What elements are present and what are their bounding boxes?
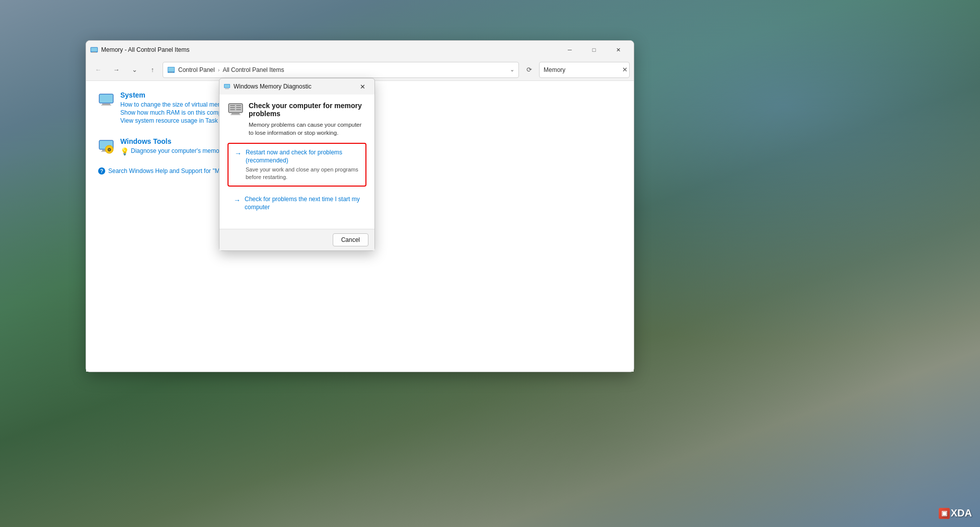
restart-now-arrow: → xyxy=(235,149,242,157)
dialog-icon xyxy=(223,83,231,90)
restart-now-title: Restart now and check for problems (reco… xyxy=(246,149,359,164)
restart-now-desc: Save your work and close any open progra… xyxy=(246,166,359,181)
check-next-time-content: Check for problems the next time I start… xyxy=(245,196,360,213)
check-next-time-title: Check for problems the next time I start… xyxy=(245,196,360,211)
svg-rect-25 xyxy=(236,105,241,106)
svg-rect-19 xyxy=(225,89,229,89)
check-next-time-option[interactable]: → Check for problems the next time I sta… xyxy=(228,191,366,218)
restart-now-option[interactable]: → Restart now and check for problems (re… xyxy=(228,143,366,187)
dialog-titlebar: Windows Memory Diagnostic ✕ xyxy=(219,78,374,95)
svg-rect-27 xyxy=(236,109,241,110)
dialog-overlay: Windows Memory Diagnostic ✕ xyxy=(0,0,980,527)
svg-rect-26 xyxy=(236,107,241,108)
dialog-close-button[interactable]: ✕ xyxy=(354,79,370,94)
svg-rect-22 xyxy=(230,105,235,106)
svg-rect-28 xyxy=(232,113,240,114)
cancel-button[interactable]: Cancel xyxy=(333,233,368,246)
dialog-title-text: Windows Memory Diagnostic xyxy=(234,83,351,90)
dialog-header: Check your computer for memory problems … xyxy=(228,102,366,137)
svg-rect-24 xyxy=(230,109,235,110)
dialog-body: Check your computer for memory problems … xyxy=(219,95,374,229)
svg-rect-29 xyxy=(231,114,241,115)
dialog-header-content: Check your computer for memory problems … xyxy=(249,102,366,137)
dialog-header-icon xyxy=(228,102,244,118)
check-next-time-arrow: → xyxy=(234,196,241,204)
restart-now-content: Restart now and check for problems (reco… xyxy=(246,149,359,181)
memory-diagnostic-dialog: Windows Memory Diagnostic ✕ xyxy=(219,78,375,251)
dialog-footer: Cancel xyxy=(219,229,374,250)
dialog-header-title: Check your computer for memory problems xyxy=(249,102,366,118)
dialog-description: Memory problems can cause your computer … xyxy=(249,121,366,137)
svg-rect-18 xyxy=(224,84,230,87)
svg-rect-23 xyxy=(230,107,235,108)
